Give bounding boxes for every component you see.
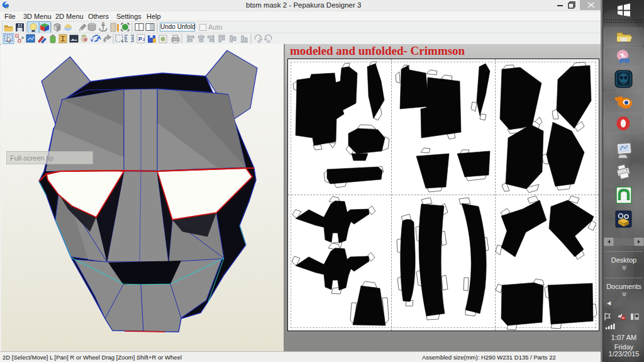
svg-text:P.i: P.i	[138, 36, 145, 42]
svg-text:90: 90	[267, 40, 270, 43]
svg-text:90: 90	[257, 40, 261, 43]
